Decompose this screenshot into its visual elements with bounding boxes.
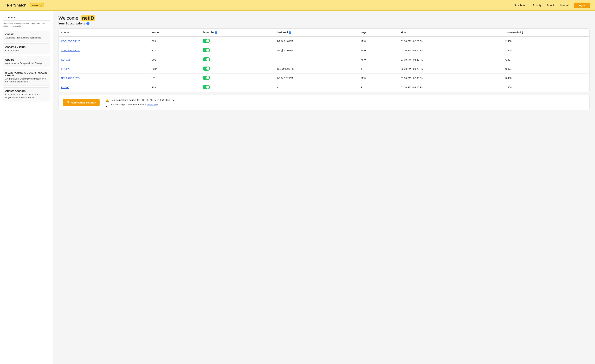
cell-subscribe-3[interactable] bbox=[200, 64, 275, 74]
cell-section-0: P03 bbox=[149, 36, 200, 46]
subscriptions-table: Course Section Subscribe i Last Notif i … bbox=[59, 28, 589, 92]
toggle-5[interactable] bbox=[203, 85, 210, 89]
course-link-4[interactable]: NEU202/PSY259 bbox=[61, 77, 79, 80]
cell-last-notif-1: 2/8 @ 1:00 PM bbox=[275, 46, 359, 55]
nav-dashboard[interactable]: Dashboard bbox=[514, 4, 527, 7]
cell-section-5: P03 bbox=[149, 83, 200, 92]
cell-subscribe-2[interactable] bbox=[200, 55, 275, 64]
cell-section-3: P08A bbox=[149, 64, 200, 74]
sidebar-course-desc-4: Computing and Optimization for the Physi… bbox=[5, 93, 48, 99]
cell-classid-5: 43459 bbox=[503, 83, 589, 92]
cell-course-0: COS126/EGR126 bbox=[59, 36, 149, 46]
sidebar-course-title-3: ISC233 / CHM233 / COS233 / MOL233 / PHY2… bbox=[5, 71, 48, 77]
cell-classid-3: 42874 bbox=[503, 64, 589, 74]
notification-settings-button[interactable]: ⚙ Notification Settings bbox=[63, 99, 99, 106]
toggle-1[interactable] bbox=[203, 48, 210, 52]
course-link-2[interactable]: KOR108 bbox=[61, 58, 70, 61]
sidebar-courses-list: COS333 Advanced Programming Techniques C… bbox=[3, 31, 50, 101]
nav-tutorial[interactable]: Tutorial bbox=[560, 4, 568, 7]
navbar: TigerSnatch status: 🔔 Dashboard Activity… bbox=[0, 0, 595, 11]
sidebar-course-title-2: COS343 bbox=[5, 58, 48, 61]
cell-subscribe-4[interactable] bbox=[200, 74, 275, 83]
gear-icon: ⚙ bbox=[67, 101, 69, 104]
cell-subscribe-0[interactable] bbox=[200, 36, 275, 46]
sidebar-course-desc-1: Cryptography bbox=[5, 49, 48, 52]
col-last-notif: Last Notif i bbox=[275, 28, 359, 36]
sidebar: TigerSnatch Subscriptions are independen… bbox=[0, 11, 53, 364]
cell-days-4: M W bbox=[359, 74, 398, 83]
subscriptions-info-icon: i bbox=[86, 22, 90, 25]
cell-classid-4: 40488 bbox=[503, 74, 589, 83]
table-row: KOR108 C01 - M W 03:00 PM - 04:20 PM 414… bbox=[59, 55, 589, 64]
col-days: Days bbox=[359, 28, 398, 36]
sheet-link[interactable]: this Sheet bbox=[147, 103, 157, 106]
cell-section-4: L01 bbox=[149, 74, 200, 83]
col-course: Course bbox=[59, 28, 149, 36]
table-row: COS126/EGR126 P03 2/1 @ 1:48 PM M W 01:3… bbox=[59, 36, 589, 46]
course-link-0[interactable]: COS126/EGR126 bbox=[61, 40, 80, 42]
cell-classid-2: 41497 bbox=[503, 55, 589, 64]
col-section: Section bbox=[149, 28, 200, 36]
nav-activity[interactable]: Activity bbox=[533, 4, 541, 7]
course-link-3[interactable]: ENG275 bbox=[61, 68, 70, 70]
cell-section-1: P12 bbox=[149, 46, 200, 55]
welcome-netid: netID bbox=[81, 15, 95, 21]
logout-button[interactable]: Logout bbox=[574, 3, 590, 8]
toggle-4[interactable] bbox=[203, 76, 210, 80]
cell-classid-1: 41455 bbox=[503, 46, 589, 55]
sidebar-course-item-0[interactable]: COS333 Advanced Programming Techniques bbox=[3, 31, 50, 42]
course-link-1[interactable]: COS126/EGR126 bbox=[61, 49, 80, 52]
bell-icon: 🔔 bbox=[106, 99, 109, 102]
sidebar-course-title-4: ORF363 / COS323 bbox=[5, 90, 48, 92]
cell-course-2: KOR108 bbox=[59, 55, 149, 64]
sidebar-course-item-2[interactable]: COS343 Algorithms for Computational Biol… bbox=[3, 56, 50, 67]
course-link-5[interactable]: PHI200 bbox=[61, 86, 69, 89]
navbar-right: Dashboard Activity About Tutorial Logout bbox=[514, 3, 590, 8]
sidebar-course-item-3[interactable]: ISC233 / CHM233 / COS233 / MOL233 / PHY2… bbox=[3, 69, 50, 86]
sidebar-course-desc-0: Advanced Programming Techniques bbox=[5, 36, 48, 39]
search-input[interactable] bbox=[3, 14, 50, 21]
cell-days-5: F bbox=[359, 83, 398, 92]
sidebar-course-desc-3: An Integrated, Quantitative Introduction… bbox=[5, 77, 48, 83]
status-badge: status: 🔔 bbox=[30, 3, 44, 7]
welcome-prefix: Welcome, bbox=[58, 15, 81, 21]
sidebar-course-title-0: COS333 bbox=[5, 33, 48, 36]
notif-info-block: 🔔 Next notifications period: 4/18 @ 7:35… bbox=[106, 99, 585, 107]
notif-wrong-row: 💬 Is this wrong? Leave a comment in this… bbox=[106, 103, 585, 107]
table-header-row: Course Section Subscribe i Last Notif i … bbox=[59, 28, 589, 36]
cell-time-0: 01:30 PM - 02:20 PM bbox=[398, 36, 503, 46]
status-icon: 🔔 bbox=[40, 4, 42, 7]
table-row: PHI200 P03 - F 02:30 PM - 03:20 PM 43459 bbox=[59, 83, 589, 92]
cell-last-notif-2: - bbox=[275, 55, 359, 64]
cell-course-4: NEU202/PSY259 bbox=[59, 74, 149, 83]
cell-days-3: T bbox=[359, 64, 398, 74]
sidebar-course-item-1[interactable]: COS433 / MAT473 Cryptography bbox=[3, 43, 50, 55]
sidebar-course-item-4[interactable]: ORF363 / COS323 Computing and Optimizati… bbox=[3, 87, 50, 101]
subscriptions-table-card: Course Section Subscribe i Last Notif i … bbox=[58, 28, 589, 92]
nav-about[interactable]: About bbox=[547, 4, 554, 7]
notif-wrong-text: Is this wrong? Leave a comment in this S… bbox=[111, 103, 158, 106]
status-label: status: bbox=[31, 4, 39, 7]
toggle-2[interactable] bbox=[203, 57, 210, 61]
cell-last-notif-3: 1/24 @ 5:00 PM bbox=[275, 64, 359, 74]
cell-subscribe-5[interactable] bbox=[200, 83, 275, 92]
notif-settings-label: Notification Settings bbox=[71, 101, 96, 104]
cell-time-4: 01:30 PM - 02:00 PM bbox=[398, 74, 503, 83]
toggle-3[interactable] bbox=[203, 67, 210, 71]
cell-course-5: PHI200 bbox=[59, 83, 149, 92]
cell-subscribe-1[interactable] bbox=[200, 46, 275, 55]
cell-classid-0: 41458 bbox=[503, 36, 589, 46]
table-row: ENG275 P08A 1/24 @ 5:00 PM T 02:30 PM - … bbox=[59, 64, 589, 74]
table-row: NEU202/PSY259 L01 2/9 @ 3:52 PM M W 01:3… bbox=[59, 74, 589, 83]
sidebar-hint: TigerSnatch Subscriptions are independen… bbox=[3, 22, 50, 28]
cell-days-2: M W bbox=[359, 55, 398, 64]
toggle-0[interactable] bbox=[203, 39, 210, 43]
col-time: Time bbox=[398, 28, 503, 36]
cell-time-3: 02:30 PM - 03:20 PM bbox=[398, 64, 503, 74]
bottom-bar: ⚙ Notification Settings 🔔 Next notificat… bbox=[58, 95, 589, 110]
brand-logo: TigerSnatch bbox=[5, 3, 27, 7]
sidebar-course-desc-2: Algorithms for Computational Biology bbox=[5, 62, 48, 65]
notif-period-row: 🔔 Next notifications period: 4/18 @ 7:35… bbox=[106, 99, 585, 102]
cell-course-1: COS126/EGR126 bbox=[59, 46, 149, 55]
table-body: COS126/EGR126 P03 2/1 @ 1:48 PM M W 01:3… bbox=[59, 36, 589, 92]
